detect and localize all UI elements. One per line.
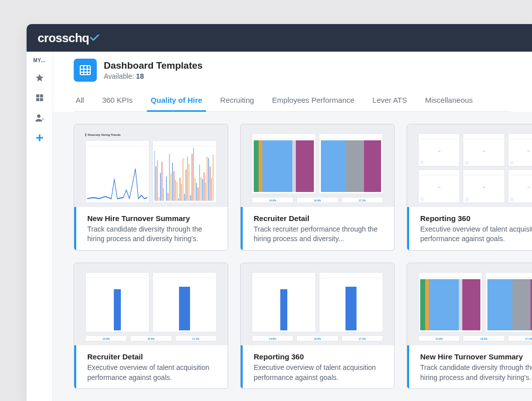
card-preview: 14.0%10.4%17.1% [407, 263, 532, 346]
tab-miscellaneous[interactable]: Miscellaneous [424, 91, 474, 111]
card-description: Executive overview of talent acquisition… [420, 225, 532, 244]
template-card[interactable]: 14.0%10.4%17.1% Recruiter Detail Track r… [240, 124, 395, 251]
tab-lever-ats[interactable]: Lever ATS [372, 91, 408, 111]
template-tabs: All360 KPIsQuality of HireRecruitingEmpl… [74, 91, 511, 112]
plus-icon[interactable] [34, 132, 45, 143]
card-info: Reporting 360 Executive overview of tale… [241, 345, 394, 388]
page-subtitle: Available: 18 [104, 72, 203, 80]
app-window: crosschq MY... [27, 24, 532, 401]
card-description: Executive overview of talent acquisition… [254, 363, 385, 382]
card-preview: 14.0%10.4%17.1% [241, 124, 394, 207]
card-preview: — — — — — — [407, 124, 532, 207]
available-label: Available: [104, 72, 134, 80]
card-description: Executive overview of talent acquisition… [87, 363, 219, 382]
template-card[interactable]: 14.0%10.4%17.1% New Hire Turnover Summar… [407, 263, 532, 389]
card-title: New Hire Turnover Summary [87, 214, 219, 223]
star-icon[interactable] [34, 72, 45, 83]
card-info: Reporting 360 Executive overview of tale… [407, 207, 532, 250]
tab-all[interactable]: All [75, 91, 85, 111]
available-count: 18 [136, 72, 144, 80]
table-icon [79, 65, 91, 76]
svg-rect-8 [80, 66, 90, 75]
grid-icon[interactable] [34, 92, 45, 103]
topbar: crosschq [27, 24, 532, 52]
card-info: Recruiter Detail Track recruiter perform… [241, 207, 394, 250]
tab-360-kpis[interactable]: 360 KPIs [101, 91, 134, 111]
card-description: Track recruiter performance through the … [254, 225, 385, 244]
svg-point-4 [37, 114, 41, 118]
template-card[interactable]: — — — — — — Reporting 360 Executive over… [407, 124, 532, 251]
svg-rect-2 [36, 98, 39, 101]
template-card[interactable]: 14.0%10.4%17.1% Recruiter Detail Executi… [74, 263, 228, 389]
card-title: Recruiter Detail [87, 352, 219, 361]
card-info: Recruiter Detail Executive overview of t… [74, 345, 228, 388]
card-description: Track candidate diversity through the hi… [87, 225, 219, 244]
card-info: New Hire Turnover Summary Track candidat… [407, 345, 532, 388]
card-description: Track candidate diversity through the hi… [420, 363, 532, 382]
svg-rect-1 [40, 94, 43, 97]
card-title: Reporting 360 [420, 214, 532, 223]
card-title: Recruiter Detail [254, 214, 385, 223]
tab-recruiting[interactable]: Recruiting [219, 91, 255, 111]
svg-rect-0 [36, 94, 39, 97]
checkmark-icon [90, 35, 99, 42]
page-icon [74, 59, 97, 82]
card-preview: 14.0%10.4%17.1% [74, 263, 228, 346]
tab-employees-performance[interactable]: Employees Performance [271, 91, 356, 111]
template-card[interactable]: 14.0%10.4%17.1% Reporting 360 Executive … [240, 263, 395, 389]
page-header: Dashboard Templates Available: 18 All360… [53, 52, 532, 112]
brand-logo: crosschq [38, 31, 99, 45]
template-card-grid: Diversity Hiring Trends New Hire Turnove… [53, 112, 532, 401]
card-preview: 14.0%10.4%17.1% [241, 263, 394, 346]
tab-quality-of-hire[interactable]: Quality of Hire [150, 91, 204, 111]
card-preview: Diversity Hiring Trends [74, 124, 228, 207]
template-card[interactable]: Diversity Hiring Trends New Hire Turnove… [74, 124, 228, 251]
main-content: Dashboard Templates Available: 18 All360… [53, 52, 532, 401]
sidebar-section-label: MY... [33, 58, 46, 63]
page-title: Dashboard Templates [104, 60, 203, 71]
card-info: New Hire Turnover Summary Track candidat… [74, 207, 228, 250]
sidebar: MY... [27, 52, 53, 401]
card-title: New Hire Turnover Summary [420, 352, 532, 361]
user-icon[interactable] [34, 112, 45, 123]
brand-name: crosschq [38, 31, 89, 45]
svg-rect-3 [40, 98, 43, 101]
card-title: Reporting 360 [254, 352, 385, 361]
